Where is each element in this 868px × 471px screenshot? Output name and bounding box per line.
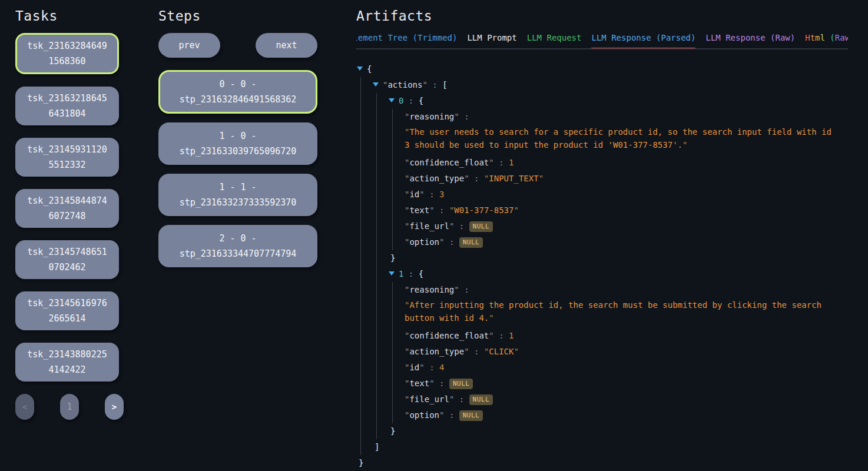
prev-page-button[interactable]: < (15, 394, 34, 420)
json-key: option (409, 410, 439, 420)
json-key: actions (387, 80, 422, 89)
json-key: confidence_float (409, 331, 489, 340)
collapse-triangle-icon[interactable] (389, 271, 395, 276)
json-string-value: "CLICK" (484, 347, 519, 356)
opening-bracket: { (419, 269, 423, 278)
json-long-string-value: "After inputting the product id, the sea… (405, 298, 837, 324)
collapse-triangle-icon[interactable] (357, 67, 363, 71)
quote-mark: " (489, 313, 493, 323)
task-button[interactable]: tsk_231632186456431804 (15, 87, 119, 125)
json-key-value-row: "action_type" : "INPUT_TEXT" (405, 171, 848, 187)
artifacts-panel: Artifacts Element Tree (Trimmed)LLM Prom… (356, 8, 868, 471)
artifact-tab[interactable]: LLM Response (Raw) (705, 33, 795, 49)
task-button[interactable]: tsk_231438802254142422 (15, 343, 119, 382)
closing-bracket: } (390, 426, 395, 436)
closing-bracket: } (359, 458, 363, 467)
tab-label-segment: H (805, 33, 810, 42)
quote-mark: " (464, 174, 469, 183)
quote-mark: " (489, 158, 493, 167)
json-key-value-row: "option" : NULL (405, 234, 848, 250)
json-key: text (409, 379, 429, 388)
json-children-group: "reasoning" : "After inputting the produ… (392, 282, 848, 423)
step-list: 0 - 0 - stp_2316328464915683621 - 0 - st… (158, 70, 317, 267)
steps-panel: Steps prev next 0 - 0 - stp_231632846491… (158, 8, 317, 471)
json-long-string-value: "The user needs to search for a specific… (405, 125, 837, 151)
artifact-tab[interactable]: Html (Raw) (805, 33, 848, 49)
task-button[interactable]: tsk_231457486510702462 (15, 240, 119, 279)
opening-bracket: { (367, 64, 372, 74)
task-button[interactable]: tsk_231458448746072748 (15, 189, 119, 228)
tab-label-segment: ( (825, 33, 835, 42)
colon-separator: : (454, 394, 469, 404)
json-key-value-row: "file_url" : NULL (405, 218, 848, 234)
json-close-row: } (389, 423, 848, 439)
page-number-button[interactable]: 1 (60, 394, 79, 420)
task-button[interactable]: tsk_231632846491568360 (15, 33, 119, 74)
closing-bracket: ] (375, 442, 379, 452)
json-children-group: "actions" : [0 : {"reasoning" : "The use… (360, 77, 848, 455)
tab-label-segment: m (815, 33, 820, 42)
artifact-tab[interactable]: Element Tree (Trimmed) (356, 33, 457, 49)
closing-bracket: } (390, 253, 395, 263)
tab-label-segment: t (810, 33, 815, 42)
json-key: option (409, 237, 439, 247)
json-index-open-row: 1 : { (389, 266, 848, 282)
json-key-value-row: "id" : 3 (405, 187, 848, 203)
next-step-button[interactable]: next (256, 33, 317, 58)
next-page-button[interactable]: > (105, 394, 124, 420)
step-button[interactable]: 1 - 0 - stp_231633039765096720 (158, 122, 317, 165)
json-key-value-row: "id" : 4 (405, 360, 848, 376)
json-number-value: 1 (509, 158, 513, 167)
app-root: Tasks tsk_231632846491568360tsk_23163218… (0, 0, 868, 471)
opening-bracket: { (419, 96, 423, 105)
quote-mark: " (513, 205, 518, 215)
step-nav: prev next (158, 33, 317, 58)
json-key: reasoning (409, 112, 454, 121)
colon-separator: : (435, 379, 449, 388)
quote-mark: " (454, 112, 459, 121)
json-key: action_type (409, 174, 464, 183)
quote-mark: " (422, 80, 427, 89)
json-key: action_type (409, 347, 464, 356)
json-key-open-row: "actions" : [ (373, 77, 848, 93)
step-button[interactable]: 1 - 1 - stp_231633237333592370 (158, 174, 317, 216)
quote-mark: " (489, 331, 493, 340)
colon-separator: : (403, 96, 418, 105)
json-root-row: { (357, 61, 848, 77)
json-key-value-row: "action_type" : "CLICK" (405, 344, 848, 360)
step-button[interactable]: 0 - 0 - stp_231632846491568362 (158, 70, 317, 114)
quote-mark: " (683, 140, 687, 150)
quote-mark: " (449, 205, 454, 215)
task-button[interactable]: tsk_231456169762665614 (15, 291, 119, 330)
json-key: reasoning (409, 285, 454, 294)
quote-mark: " (405, 300, 409, 310)
tab-label-segment: R (835, 33, 840, 42)
task-button[interactable]: tsk_231459311205512332 (15, 138, 119, 177)
collapse-triangle-icon[interactable] (373, 82, 379, 87)
colon-separator: : (444, 237, 459, 247)
quote-mark: " (454, 285, 459, 294)
artifact-tab[interactable]: LLM Request (527, 33, 582, 49)
artifacts-heading: Artifacts (356, 8, 848, 24)
json-key-value-row: "confidence_float" : 1 (405, 155, 848, 171)
colon-separator: : (469, 174, 484, 183)
json-key-value-row: "reasoning" : (405, 282, 848, 298)
tasks-panel: Tasks tsk_231632846491568360tsk_23163218… (15, 8, 119, 471)
step-button[interactable]: 2 - 0 - stp_231633344707774794 (158, 225, 317, 267)
json-number-value: 1 (509, 331, 513, 340)
json-key-value-row: "text" : "W01-377-8537" (405, 203, 848, 218)
collapse-triangle-icon[interactable] (389, 98, 395, 102)
json-key: file_url (409, 394, 449, 404)
json-key: id (409, 190, 419, 199)
artifact-tab[interactable]: LLM Response (Parsed) (591, 33, 695, 49)
prev-step-button[interactable]: prev (158, 33, 220, 58)
colon-separator: : (454, 221, 469, 231)
json-key-value-row: "file_url" : NULL (405, 392, 848, 407)
json-string-value: "W01-377-8537" (449, 205, 519, 215)
json-number-value: 4 (439, 363, 444, 372)
quote-mark: " (405, 127, 409, 137)
tab-label-segment: w (845, 33, 848, 42)
json-number-value: 3 (439, 190, 444, 199)
json-key: text (409, 205, 429, 215)
artifact-tab[interactable]: LLM Prompt (467, 33, 516, 49)
